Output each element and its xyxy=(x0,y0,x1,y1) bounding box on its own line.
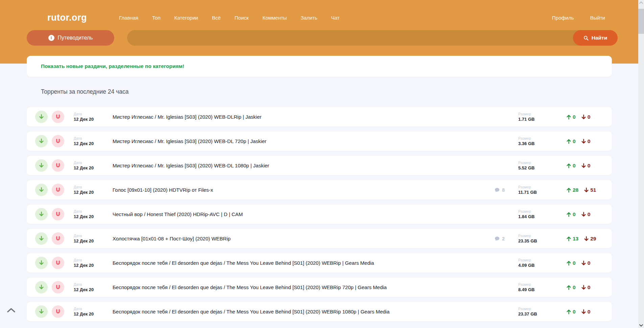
leechers-count: 0 xyxy=(581,114,591,120)
nav-item-comments[interactable]: Комменты xyxy=(262,15,287,21)
nav-item-categories[interactable]: Категории xyxy=(174,15,198,21)
date-label: Дата xyxy=(74,258,103,262)
download-icon xyxy=(38,308,45,315)
down-arrow-icon xyxy=(581,163,586,168)
date-cell: Дата 12 Дек 20 xyxy=(74,233,103,244)
leechers-count: 0 xyxy=(581,260,591,266)
table-row: Дата 12 Дек 20 Мистер Иглесиас / Mr. Igl… xyxy=(27,132,612,151)
search-button[interactable]: Найти xyxy=(573,30,618,46)
main-nav: Главная Топ Категории Всё Поиск Комменты… xyxy=(119,15,339,21)
torrent-title-link[interactable]: Беспорядок после тебя / El desorden que … xyxy=(113,284,485,290)
torrent-title-link[interactable]: Голос [09x01-10] (2020) HDTVRip от Files… xyxy=(113,187,485,193)
magnet-link-button[interactable] xyxy=(52,159,64,172)
chevron-up-icon xyxy=(7,307,16,313)
nav-item-chat[interactable]: Чат xyxy=(331,15,340,21)
torrent-title-link[interactable]: Беспорядок после тебя / El desorden que … xyxy=(113,260,485,266)
date-label: Дата xyxy=(74,136,103,141)
magnet-icon xyxy=(55,284,61,290)
date-cell: Дата 12 Дек 20 xyxy=(74,112,103,122)
magnet-link-button[interactable] xyxy=(52,232,64,245)
search-input[interactable] xyxy=(127,30,618,46)
magnet-link-button[interactable] xyxy=(52,257,64,269)
nav-item-all[interactable]: Всё xyxy=(212,15,221,21)
download-icon xyxy=(38,284,45,291)
profile-link[interactable]: Профиль xyxy=(552,15,574,21)
down-arrow-icon xyxy=(581,260,586,266)
torrent-title-link[interactable]: Мистер Иглесиас / Mr. Iglesias [S03] (20… xyxy=(113,163,485,168)
download-torrent-button[interactable] xyxy=(35,135,48,147)
down-arrow-icon xyxy=(581,309,586,314)
download-icon xyxy=(38,186,45,193)
size-value: 5.52 GB xyxy=(518,165,547,171)
peers-cell: 0 0 xyxy=(566,211,602,217)
comments-count[interactable]: 2 xyxy=(485,236,505,241)
table-row: Дата 12 Дек 20 Беспорядок после тебя / E… xyxy=(27,253,612,273)
size-value: 4.09 GB xyxy=(518,262,547,268)
magnet-icon xyxy=(55,162,61,169)
size-cell: Размер 4.09 GB xyxy=(518,258,547,268)
new-torrents-by-category-link[interactable]: Показать новые раздачи, разделенные по к… xyxy=(41,63,184,69)
table-row: Дата 12 Дек 20 Холостячка [01x01-08 + По… xyxy=(27,229,612,248)
download-torrent-button[interactable] xyxy=(35,232,48,245)
download-torrent-button[interactable] xyxy=(35,257,48,269)
nav-item-search[interactable]: Поиск xyxy=(235,15,249,21)
download-icon xyxy=(38,113,45,120)
guide-button-label: Путеводитель xyxy=(58,35,93,41)
peers-cell: 13 29 xyxy=(566,236,602,242)
date-value: 12 Дек 20 xyxy=(74,116,103,122)
download-icon xyxy=(38,211,45,218)
date-value: 12 Дек 20 xyxy=(74,311,103,317)
size-label: Размер xyxy=(518,185,547,189)
download-torrent-button[interactable] xyxy=(35,184,48,196)
date-value: 12 Дек 20 xyxy=(74,238,103,244)
magnet-link-button[interactable] xyxy=(52,111,64,123)
scrollbar-thumb[interactable] xyxy=(638,9,644,34)
peers-cell: 0 0 xyxy=(566,260,602,266)
download-torrent-button[interactable] xyxy=(35,305,48,318)
download-torrent-button[interactable] xyxy=(35,208,48,220)
size-cell: Размер 1.84 GB xyxy=(518,209,547,219)
size-label: Размер xyxy=(518,282,547,287)
magnet-link-button[interactable] xyxy=(52,305,64,318)
download-torrent-button[interactable] xyxy=(35,281,48,294)
torrent-title-link[interactable]: Честный вор / Honest Thief (2020) HDRip-… xyxy=(113,211,485,217)
date-value: 12 Дек 20 xyxy=(74,141,103,146)
peers-cell: 0 0 xyxy=(566,114,602,120)
size-label: Размер xyxy=(518,258,547,262)
download-torrent-button[interactable] xyxy=(35,159,48,172)
magnet-link-button[interactable] xyxy=(52,208,64,220)
comments-count[interactable]: 8 xyxy=(485,187,505,193)
scrollbar[interactable] xyxy=(638,0,644,328)
date-label: Дата xyxy=(74,233,103,238)
torrent-title-link[interactable]: Беспорядок после тебя / El desorden que … xyxy=(113,309,485,314)
size-value: 1.71 GB xyxy=(518,116,547,122)
notice-card: Показать новые раздачи, разделенные по к… xyxy=(27,56,612,77)
nav-item-upload[interactable]: Залить xyxy=(301,15,317,21)
logout-link[interactable]: Выйти xyxy=(590,15,605,21)
scrollbar-up-arrow-icon[interactable] xyxy=(639,1,644,4)
download-torrent-button[interactable] xyxy=(35,111,48,123)
nav-item-top[interactable]: Топ xyxy=(152,15,160,21)
date-value: 12 Дек 20 xyxy=(74,262,103,268)
guide-button[interactable]: i Путеводитель xyxy=(27,30,114,46)
torrent-title-link[interactable]: Мистер Иглесиас / Mr. Iglesias [S03] (20… xyxy=(113,114,485,120)
down-arrow-icon xyxy=(584,236,589,241)
site-logo[interactable]: rutor.org xyxy=(47,13,87,23)
size-label: Размер xyxy=(518,136,547,141)
leechers-count: 0 xyxy=(581,163,591,169)
scrollbar-down-arrow-icon[interactable] xyxy=(639,324,644,327)
magnet-link-button[interactable] xyxy=(52,184,64,196)
torrent-title-link[interactable]: Холостячка [01x01-08 + Пост-Шоу] (2020) … xyxy=(113,236,485,241)
magnet-link-button[interactable] xyxy=(52,281,64,294)
magnet-link-button[interactable] xyxy=(52,135,64,147)
leechers-count: 0 xyxy=(581,309,591,315)
seeders-count: 0 xyxy=(566,211,576,217)
date-label: Дата xyxy=(74,209,103,214)
magnet-icon xyxy=(55,235,61,242)
up-arrow-icon xyxy=(566,139,571,144)
table-row: Дата 12 Дек 20 Мистер Иглесиас / Mr. Igl… xyxy=(27,156,612,175)
date-label: Дата xyxy=(74,185,103,189)
scroll-to-top-button[interactable] xyxy=(6,305,17,315)
torrent-title-link[interactable]: Мистер Иглесиас / Mr. Iglesias [S03] (20… xyxy=(113,138,485,144)
nav-item-main[interactable]: Главная xyxy=(119,15,138,21)
